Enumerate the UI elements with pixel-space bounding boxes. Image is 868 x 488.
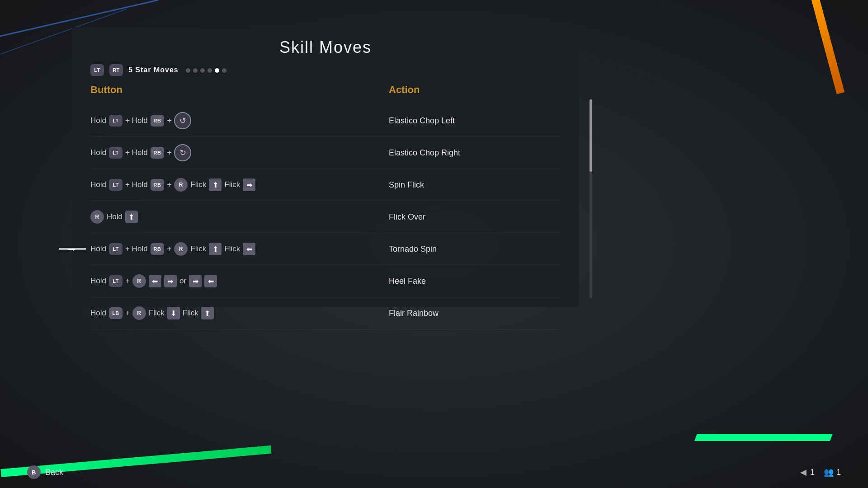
hold-text: Hold [90, 116, 106, 125]
person-icon: 👥 [824, 467, 834, 477]
scrollbar[interactable] [590, 99, 592, 298]
move-action-1: Elastico Chop Left [389, 108, 561, 133]
nav-left-icon: ◀ [800, 467, 807, 477]
page-number: 1 [810, 468, 815, 477]
move-button-7: Hold LB + R Flick ⬇ Flick ⬆ [90, 306, 389, 320]
nav-label: 5 Star Moves [128, 66, 179, 74]
or-text: or [179, 277, 186, 286]
flick-text: Flick [190, 244, 206, 253]
move-row: Hold LT + Hold RB + R Flick ⬆ Flick ➡ Sp… [90, 169, 561, 201]
rb-btn: RB [151, 179, 165, 191]
move-row: Hold LB + R Flick ⬇ Flick ⬆ Flair Rainbo… [90, 297, 561, 329]
up-arrow-icon: ⬆ [125, 211, 138, 223]
action-label-6: Heel Fake [389, 277, 426, 286]
move-row: R Hold ⬆ Flick Over [90, 201, 561, 233]
rb-btn: RB [151, 115, 165, 127]
page-nav: ◀ 1 [800, 467, 815, 477]
scrollbar-thumb[interactable] [590, 99, 592, 172]
up-arrow-icon: ⬆ [201, 307, 214, 319]
flick-text: Flick [190, 180, 206, 189]
rb-btn: RB [151, 147, 165, 159]
plus: + Hold [125, 244, 148, 253]
action-label-3: Spin Flick [389, 180, 424, 189]
action-label-7: Flair Rainbow [389, 309, 439, 318]
plus: + Hold [125, 148, 148, 157]
arrow-right-icon: → [66, 242, 77, 256]
plus: + [167, 244, 171, 253]
btn-sequence-7: Hold LB + R Flick ⬇ Flick ⬆ [90, 306, 371, 320]
plus: + Hold [125, 116, 148, 125]
lt-btn: LT [109, 179, 123, 191]
dot-6 [222, 68, 226, 73]
dot-1 [186, 68, 190, 73]
main-panel: Skill Moves LT RT 5 Star Moves Button Ac… [72, 27, 579, 307]
r-stick-btn: R [132, 306, 146, 320]
move-action-6: Heel Fake [389, 269, 561, 293]
action-label-1: Elastico Chop Left [389, 116, 455, 125]
down-arrow-icon: ⬇ [167, 307, 180, 319]
dot-3 [200, 68, 205, 73]
page-dots [186, 68, 226, 73]
flick-text: Flick [224, 180, 240, 189]
move-button-4: R Hold ⬆ [90, 210, 389, 224]
lt-btn: LT [109, 115, 123, 127]
btn-sequence-3: Hold LT + Hold RB + R Flick ⬆ Flick ➡ [90, 178, 371, 192]
plus: + [167, 148, 171, 157]
r-rotate-left-icon: ↺ [174, 112, 191, 129]
button-col-title: Button [90, 84, 371, 96]
back-label: Back [45, 468, 63, 477]
page-title: Skill Moves [90, 27, 561, 64]
up-arrow-icon: ⬆ [209, 243, 222, 255]
move-button-3: Hold LT + Hold RB + R Flick ⬆ Flick ➡ [90, 178, 389, 192]
r-stick-btn: R [174, 242, 188, 256]
flick-text: Flick [183, 309, 198, 318]
btn-sequence-2: Hold LT + Hold RB + ↻ [90, 144, 371, 161]
left-arrow-icon: ⬅ [204, 275, 217, 287]
move-action-3: Spin Flick [389, 173, 561, 197]
action-column-header: Action [389, 84, 561, 105]
move-button-5: Hold LT + Hold RB + R Flick ⬆ Flick ⬅ [90, 242, 389, 256]
plus: + [125, 277, 130, 286]
move-action-4: Flick Over [389, 205, 561, 229]
btn-sequence-1: Hold LT + Hold RB + ↺ [90, 112, 371, 129]
action-label-4: Flick Over [389, 212, 425, 221]
right-arrow-icon: ➡ [164, 275, 177, 287]
move-row: Hold LT + R ⬅ ➡ or ➡ ⬅ Heel Fake [90, 265, 561, 297]
plus: + [125, 309, 130, 318]
dot-2 [193, 68, 198, 73]
hold-text: Hold [90, 180, 106, 189]
left-arrow-icon: ⬅ [149, 275, 161, 287]
lt-btn: LT [109, 147, 123, 159]
btn-sequence-4: R Hold ⬆ [90, 210, 371, 224]
r-stick-btn: R [90, 210, 104, 224]
player-info: 👥 1 [824, 467, 841, 477]
right-arrow-icon: ➡ [243, 178, 255, 191]
move-action-2: Elastico Chop Right [389, 141, 561, 165]
plus: + [167, 180, 171, 189]
hold-text: Hold [107, 212, 123, 221]
lt-btn: LT [109, 275, 123, 287]
action-col-title: Action [389, 84, 561, 96]
b-button-icon: B [27, 465, 41, 479]
left-arrow-icon: ⬅ [243, 243, 255, 255]
plus: + Hold [125, 180, 148, 189]
r-stick-btn: R [174, 178, 188, 192]
flick-text: Flick [224, 244, 240, 253]
back-button[interactable]: B Back [27, 465, 63, 479]
dot-4 [208, 68, 212, 73]
player-count: 1 [836, 468, 841, 477]
lt-badge: LT [90, 64, 104, 76]
lb-btn: LB [109, 307, 123, 319]
rt-badge: RT [109, 64, 123, 76]
move-button-2: Hold LT + Hold RB + ↻ [90, 144, 389, 161]
move-row-selected: → Hold LT + Hold RB + R Flick ⬆ Flick ⬅ … [90, 233, 561, 265]
bottom-bar: B Back ◀ 1 👥 1 [0, 465, 868, 479]
action-label-2: Elastico Chop Right [389, 148, 460, 157]
right-arrow-icon: ➡ [189, 275, 202, 287]
move-action-5: Tornado Spin [389, 237, 561, 261]
btn-sequence-6: Hold LT + R ⬅ ➡ or ➡ ⬅ [90, 274, 371, 288]
r-stick-btn: R [132, 274, 146, 288]
flick-text: Flick [149, 309, 165, 318]
hold-text: Hold [90, 309, 106, 318]
move-row: Hold LT + Hold RB + ↻ Elastico Chop Righ… [90, 137, 561, 169]
